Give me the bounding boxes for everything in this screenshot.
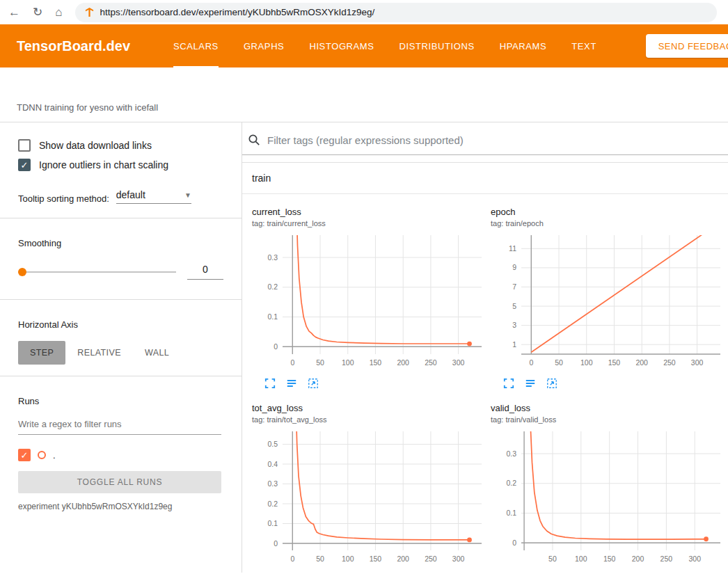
svg-text:100: 100 — [575, 555, 587, 563]
settings-sidebar: ✓ Show data download links ✓ Ignore outl… — [0, 122, 242, 573]
charts-grid: current_loss tag: train/current_loss 050… — [242, 194, 728, 573]
svg-text:50: 50 — [548, 555, 557, 563]
svg-text:100: 100 — [580, 358, 593, 367]
expand-chart-icon[interactable] — [264, 378, 276, 389]
svg-text:250: 250 — [663, 358, 676, 367]
run-color-ring-icon[interactable] — [38, 451, 46, 459]
fit-domain-icon[interactable] — [308, 378, 319, 389]
svg-text:9: 9 — [512, 263, 516, 271]
line-chart[interactable]: 0501001502002503001357911 — [491, 232, 725, 371]
home-icon[interactable]: ⌂ — [55, 6, 62, 18]
divider — [0, 218, 242, 218]
axis-step-button[interactable]: STEP — [18, 341, 65, 365]
line-chart[interactable]: 5010015020025030000.10.20.3 — [491, 428, 725, 567]
tooltip-sorting-select[interactable]: default ▼ — [116, 189, 191, 204]
axis-relative-button[interactable]: RELATIVE — [65, 341, 133, 365]
divider — [0, 376, 242, 376]
svg-text:0.3: 0.3 — [506, 449, 516, 458]
tooltip-sorting-label: Tooltip sorting method: — [18, 193, 109, 204]
line-chart[interactable]: 05010015020025030000.10.20.3 — [252, 232, 486, 371]
url-text: https://tensorboard.dev/experiment/yKUbh… — [100, 7, 375, 17]
tab-scalars[interactable]: SCALARS — [173, 24, 219, 67]
run-checkbox-icon[interactable]: ✓ — [18, 449, 31, 461]
chart-toolbar — [491, 378, 728, 389]
svg-text:5: 5 — [512, 302, 516, 310]
smoothing-value-input[interactable]: 0 — [187, 264, 223, 280]
horizontal-axis-buttons: STEPRELATIVEWALL — [18, 341, 223, 365]
svg-text:7: 7 — [512, 282, 516, 291]
experiment-title: TDNN training for yesno with icefall — [0, 67, 728, 122]
run-row[interactable]: ✓ . — [18, 449, 223, 461]
chart-title: tot_avg_loss — [252, 403, 491, 413]
svg-text:0.2: 0.2 — [267, 500, 278, 508]
toggle-all-runs-button[interactable]: TOGGLE ALL RUNS — [18, 471, 221, 493]
chart-tag: tag: train/valid_loss — [491, 415, 728, 424]
svg-text:100: 100 — [342, 358, 354, 367]
tab-text[interactable]: TEXT — [571, 24, 596, 67]
svg-text:0.3: 0.3 — [267, 479, 278, 488]
tag-filter-row — [242, 122, 728, 155]
experiment-id-caption: experiment yKUbhb5wRmOSXYkId1z9eg — [18, 502, 223, 511]
smoothing-row: 0 — [18, 264, 223, 280]
chart-title: epoch — [491, 207, 728, 217]
reload-icon[interactable]: ↻ — [33, 6, 42, 18]
tab-hparams[interactable]: HPARAMS — [500, 24, 547, 67]
chart-card: current_loss tag: train/current_loss 050… — [252, 207, 491, 389]
brand[interactable]: TensorBoard.dev — [17, 38, 130, 54]
slider-thumb[interactable] — [18, 268, 26, 276]
line-chart[interactable]: 05010015020025030000.10.20.30.40.5 — [252, 428, 486, 567]
chart-title: current_loss — [252, 207, 491, 217]
svg-text:0: 0 — [274, 342, 278, 351]
nav-tabs: SCALARSGRAPHSHISTOGRAMSDISTRIBUTIONSHPAR… — [173, 24, 596, 67]
send-feedback-button[interactable]: SEND FEEDBACK — [646, 34, 728, 58]
svg-text:300: 300 — [691, 358, 704, 367]
axis-wall-button[interactable]: WALL — [133, 341, 181, 365]
svg-text:300: 300 — [452, 358, 465, 367]
checkbox-label: Ignore outliers in chart scaling — [39, 159, 168, 170]
checkbox-unchecked-icon: ✓ — [18, 139, 31, 152]
svg-text:50: 50 — [316, 358, 324, 367]
svg-text:3: 3 — [512, 321, 516, 329]
ignore-outliers-checkbox[interactable]: ✓ Ignore outliers in chart scaling — [18, 159, 223, 171]
svg-text:150: 150 — [608, 358, 621, 367]
svg-text:1: 1 — [512, 340, 516, 349]
tab-graphs[interactable]: GRAPHS — [244, 24, 285, 67]
svg-text:0.4: 0.4 — [267, 460, 278, 468]
back-icon[interactable]: ← — [8, 6, 20, 18]
data-table-icon[interactable] — [286, 378, 297, 389]
chart-title: valid_loss — [491, 403, 728, 413]
svg-text:150: 150 — [370, 358, 382, 367]
chart-card: valid_loss tag: train/valid_loss 5010015… — [491, 403, 728, 573]
chart-tag: tag: train/epoch — [491, 219, 728, 228]
svg-text:150: 150 — [603, 555, 616, 563]
chart-toolbar — [252, 378, 491, 389]
tag-group-title: train — [252, 173, 271, 184]
svg-text:200: 200 — [397, 358, 409, 367]
tab-histograms[interactable]: HISTOGRAMS — [309, 24, 374, 67]
smoothing-slider[interactable] — [18, 271, 176, 273]
data-table-icon[interactable] — [525, 378, 536, 389]
expand-chart-icon[interactable] — [503, 378, 514, 389]
tag-group-header[interactable]: train — [242, 163, 728, 194]
chart-tag: tag: train/current_loss — [252, 219, 491, 228]
app-header: TensorBoard.dev SCALARSGRAPHSHISTOGRAMSD… — [0, 24, 728, 67]
tag-group-card: train current_loss tag: train/current_lo… — [242, 162, 728, 573]
svg-text:0.1: 0.1 — [267, 312, 278, 321]
scalars-main: train current_loss tag: train/current_lo… — [242, 122, 728, 573]
show-download-links-checkbox[interactable]: ✓ Show data download links — [18, 139, 223, 152]
svg-text:0.1: 0.1 — [506, 509, 516, 517]
runs-filter-input[interactable] — [18, 419, 221, 435]
svg-text:0: 0 — [529, 358, 533, 367]
svg-text:0.2: 0.2 — [506, 479, 516, 487]
svg-text:200: 200 — [635, 358, 648, 367]
tab-distributions[interactable]: DISTRIBUTIONS — [399, 24, 475, 67]
svg-text:200: 200 — [397, 555, 409, 563]
tag-filter-input[interactable] — [267, 134, 721, 146]
address-bar[interactable]: https://tensorboard.dev/experiment/yKUbh… — [75, 3, 717, 22]
smoothing-label: Smoothing — [18, 238, 223, 248]
fit-domain-icon[interactable] — [546, 378, 557, 389]
svg-text:0: 0 — [274, 539, 278, 548]
svg-text:0: 0 — [290, 358, 294, 367]
svg-text:250: 250 — [425, 358, 437, 367]
tooltip-sorting-row: Tooltip sorting method: default ▼ — [18, 189, 223, 204]
